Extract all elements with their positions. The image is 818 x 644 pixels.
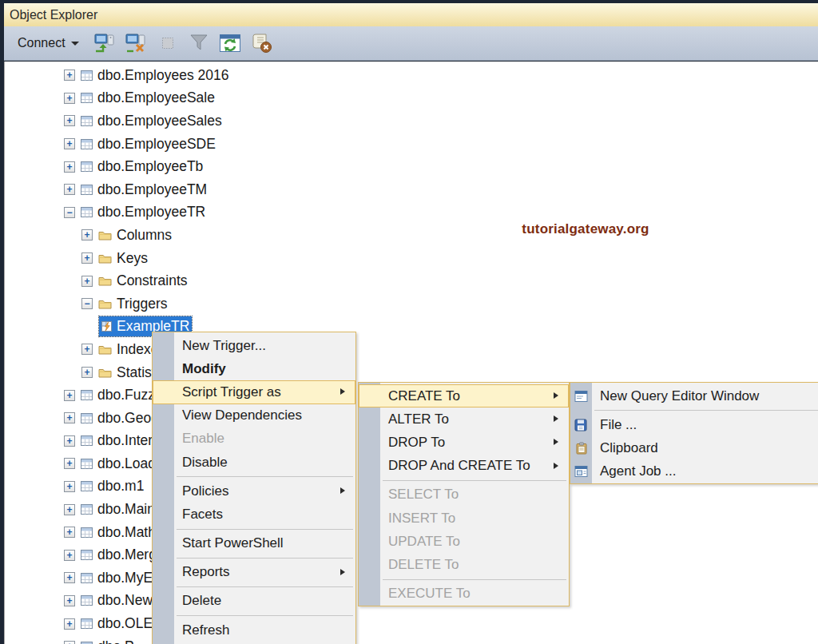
menu-item-label: DELETE To (388, 557, 459, 573)
tree-item-dbo-employeesale[interactable]: +dbo.EmployeeSale (5, 87, 818, 110)
tree-item-columns[interactable]: +Columns (5, 224, 818, 247)
menu-item-script-trigger-as[interactable]: Script Trigger as (153, 380, 355, 403)
menu-item-label: Refresh (182, 622, 230, 638)
tree-item-dbo-employeesde[interactable]: +dbo.EmployeeSDE (5, 133, 818, 156)
menu-item-refresh[interactable]: Refresh (153, 618, 355, 642)
table-icon (81, 93, 93, 103)
refresh-icon[interactable] (218, 31, 242, 55)
expand-icon[interactable]: + (64, 435, 75, 447)
menu-item-label: Enable (182, 431, 224, 447)
tree-item-label: dbo.Geog (97, 410, 159, 427)
menu-item-view-dependencies[interactable]: View Dependencies (153, 404, 355, 427)
tree-item-label: Keys (117, 250, 148, 267)
tree-item-dbo-employees-2016[interactable]: +dbo.Employees 2016 (5, 64, 818, 87)
expand-icon[interactable]: + (64, 115, 75, 126)
tree-item-indexes[interactable]: +Indexes (5, 338, 818, 361)
expand-icon[interactable]: + (64, 572, 75, 583)
expand-icon[interactable]: + (64, 504, 75, 515)
watermark-text: tutorialgateway.org (502, 221, 669, 237)
collapse-icon[interactable]: − (64, 207, 75, 218)
expand-icon[interactable]: + (64, 481, 75, 492)
expand-icon[interactable]: + (64, 138, 75, 149)
tree-item-constraints[interactable]: +Constraints (5, 269, 818, 292)
menu-item-drop-and-create-to[interactable]: DROP And CREATE To (359, 455, 569, 478)
tree-item-dbo-employeetb[interactable]: +dbo.EmployeeTb (5, 155, 818, 178)
tree-item-dbo-employeetm[interactable]: +dbo.EmployeeTM (5, 178, 818, 201)
menu-item-create-to[interactable]: CREATE To (359, 384, 569, 407)
expand-icon[interactable]: + (64, 550, 75, 561)
menu-item-file[interactable]: File ... (570, 413, 818, 436)
table-icon (81, 481, 93, 491)
menu-item-delete[interactable]: Delete (153, 590, 355, 613)
menu-item-label: Start PowerShell (182, 535, 284, 551)
tree-item-statistics[interactable]: +Statistics (5, 361, 818, 384)
clipboard-icon (574, 441, 589, 455)
submenu-arrow-icon (554, 392, 558, 399)
object-explorer-toolbar: Connect (4, 26, 818, 61)
tree-item-label: dbo.EmployeeTM (97, 181, 207, 198)
expand-icon[interactable]: + (81, 229, 93, 241)
query-window-icon (574, 389, 589, 403)
tree-item-exampletr[interactable]: ExampleTR (5, 316, 818, 339)
expand-icon[interactable]: + (64, 184, 75, 195)
expand-icon[interactable]: + (64, 70, 75, 81)
filter-icon[interactable] (187, 31, 211, 55)
expand-icon[interactable]: + (81, 367, 93, 378)
submenu-arrow-icon (554, 415, 558, 422)
table-icon (81, 618, 93, 629)
folder-icon (98, 276, 112, 286)
tree-item-dbo-employeetr[interactable]: −dbo.EmployeeTR (5, 201, 818, 225)
tree-item-triggers[interactable]: −Triggers (5, 292, 818, 316)
folder-icon (98, 253, 112, 264)
panel-title-bar[interactable]: Object Explorer (4, 3, 818, 26)
expand-icon[interactable]: + (64, 641, 75, 644)
collapse-icon[interactable]: − (81, 298, 93, 309)
menu-item-label: DROP To (388, 435, 445, 451)
menu-item-new-query-editor-window[interactable]: New Query Editor Window (570, 384, 818, 407)
script-options-icon[interactable] (249, 31, 273, 55)
expand-icon[interactable]: + (81, 344, 93, 355)
tree-item-dbo-p[interactable]: +dbo.P (5, 635, 818, 644)
submenu-arrow-icon (340, 388, 345, 395)
tree-item-keys[interactable]: +Keys (5, 247, 818, 270)
expand-icon[interactable]: + (64, 595, 75, 606)
disconnect-server-icon[interactable] (125, 31, 149, 55)
menu-item-clipboard[interactable]: Clipboard (570, 436, 818, 459)
expand-icon[interactable]: + (64, 390, 75, 401)
menu-item-facets[interactable]: Facets (153, 503, 355, 526)
menu-item-start-powershell[interactable]: Start PowerShell (153, 532, 355, 555)
expand-icon[interactable]: + (64, 412, 75, 423)
menu-item-label: New Query Editor Window (600, 388, 759, 404)
menu-item-label: CREATE To (388, 388, 460, 404)
expand-icon[interactable]: + (81, 276, 93, 287)
expand-icon[interactable]: + (81, 252, 93, 264)
menu-item-label: Agent Job ... (600, 463, 676, 479)
connect-server-icon[interactable] (93, 31, 117, 55)
menu-item-new-trigger[interactable]: New Trigger... (153, 334, 355, 357)
menu-separator (570, 407, 818, 413)
menu-item-alter-to[interactable]: ALTER To (359, 407, 569, 431)
menu-separator (153, 474, 355, 479)
submenu-arrow-icon (340, 569, 345, 575)
menu-item-label: Clipboard (600, 440, 658, 456)
menu-item-insert-to: INSERT To (359, 507, 569, 530)
expand-icon[interactable]: + (64, 161, 75, 173)
expand-icon[interactable]: + (64, 618, 75, 630)
menu-item-modify[interactable]: Modify (153, 357, 355, 380)
tree-item-dbo-employeesales[interactable]: +dbo.EmployeeSales (5, 109, 818, 133)
tree-item-label: dbo.MyEr (97, 570, 157, 586)
connect-button[interactable]: Connect (11, 31, 85, 55)
tree-item-dbo-ole-d[interactable]: +dbo.OLE D (5, 612, 818, 635)
menu-item-reports[interactable]: Reports (153, 561, 355, 584)
folder-icon (98, 344, 112, 355)
expand-icon[interactable]: + (64, 93, 75, 104)
menu-separator (359, 478, 569, 483)
menu-item-label: INSERT To (388, 511, 455, 527)
expand-icon[interactable]: + (64, 527, 75, 538)
expand-icon[interactable]: + (64, 458, 75, 469)
menu-item-disable[interactable]: Disable (153, 451, 355, 474)
menu-item-policies[interactable]: Policies (153, 479, 355, 503)
trigger-icon (101, 320, 113, 332)
menu-item-drop-to[interactable]: DROP To (359, 431, 569, 454)
menu-item-agent-job[interactable]: Agent Job ... (570, 460, 818, 483)
